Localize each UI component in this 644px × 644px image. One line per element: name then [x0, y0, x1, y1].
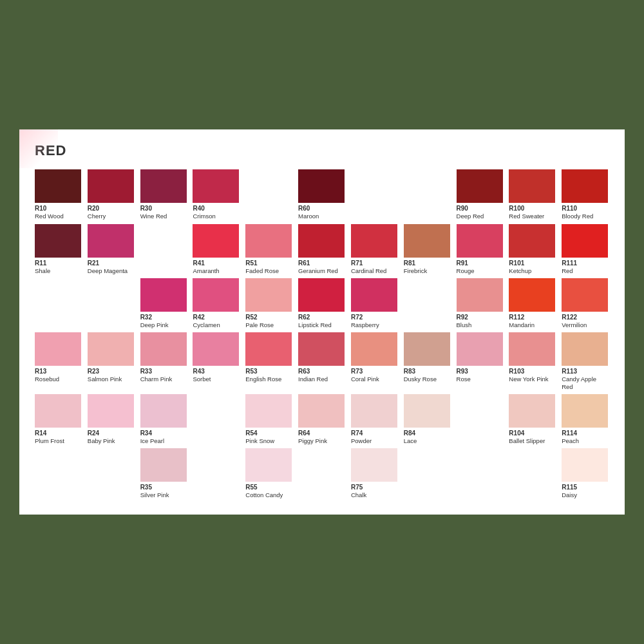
code-R111: R111 [562, 260, 577, 267]
color-cell-R92: R92Blush [457, 278, 504, 328]
code-R113: R113 [562, 368, 577, 375]
color-cell-R75: R75Chalk [351, 448, 399, 498]
color-chart-card: RED R10Red WoodR20CherryR30Wine RedR40Cr… [19, 129, 625, 515]
swatch-R60 [298, 169, 345, 203]
name-R33: Charm Pink [140, 375, 173, 383]
name-R83: Dusky Rose [404, 375, 437, 383]
name-R64: Piggy Pink [298, 437, 327, 444]
name-R113: Candy Apple Red [562, 375, 609, 390]
swatch-R54 [245, 394, 292, 428]
name-R30: Wine Red [140, 213, 167, 220]
swatch-R33 [140, 332, 187, 366]
swatch-R30 [140, 169, 187, 203]
color-cell-R10: R10Red Wood [35, 169, 82, 220]
code-R51: R51 [245, 260, 257, 267]
color-cell-R72: R72Raspberry [351, 278, 399, 328]
code-R55: R55 [245, 484, 257, 491]
code-R61: R61 [298, 260, 310, 267]
swatch-R55 [245, 448, 292, 482]
swatch-R51 [245, 224, 292, 258]
name-R23: Salmon Pink [88, 375, 122, 383]
name-R62: Lipstick Red [298, 321, 332, 328]
code-R24: R24 [88, 430, 99, 437]
name-R100: Red Sweater [509, 213, 544, 220]
color-cell-R83: R83Dusky Rose [404, 332, 451, 390]
color-cell-R51: R51Faded Rose [245, 224, 293, 274]
swatch-R103 [509, 332, 555, 366]
swatch-R13 [35, 332, 81, 366]
color-cell-R23: R23Salmon Pink [88, 332, 135, 390]
code-R71: R71 [351, 260, 363, 267]
color-cell-R111: R111Red [562, 224, 609, 274]
name-R24: Baby Pink [88, 437, 115, 444]
swatch-R113 [562, 332, 608, 366]
code-R43: R43 [193, 368, 204, 375]
name-R73: Coral Pink [351, 375, 379, 383]
code-R81: R81 [404, 260, 415, 267]
swatch-R43 [193, 332, 239, 366]
name-R71: Cardinal Red [351, 267, 386, 274]
name-R111: Red [562, 267, 573, 274]
color-cell-R21: R21Deep Magenta [88, 224, 135, 274]
swatch-R35 [140, 448, 187, 482]
name-R112: Mandarin [509, 321, 535, 328]
name-R55: Cotton Candy [245, 491, 283, 498]
name-R35: Silver Pink [140, 491, 169, 498]
code-R122: R122 [562, 314, 577, 321]
color-cell-R34: R34Ice Pearl [140, 394, 188, 444]
name-R20: Cherry [88, 213, 106, 220]
swatch-R110 [562, 169, 608, 203]
code-R115: R115 [562, 484, 577, 491]
code-R21: R21 [88, 260, 99, 267]
swatch-R11 [35, 224, 81, 258]
code-R74: R74 [351, 430, 363, 437]
swatch-R34 [140, 394, 187, 428]
swatch-R72 [351, 278, 397, 312]
swatch-R91 [457, 224, 503, 258]
code-R90: R90 [457, 205, 468, 213]
name-R74: Powder [351, 437, 372, 444]
color-cell-R90: R90Deep Red [457, 169, 504, 220]
code-R30: R30 [140, 205, 152, 213]
color-cell-R115: R115Daisy [562, 448, 609, 498]
name-R115: Daisy [562, 491, 577, 498]
swatch-R61 [298, 224, 345, 258]
swatch-R24 [88, 394, 134, 428]
swatch-R101 [509, 224, 555, 258]
color-cell-R91: R91Rouge [457, 224, 504, 274]
name-R90: Deep Red [457, 213, 484, 220]
color-cell-R61: R61Geranium Red [298, 224, 346, 274]
name-R103: New York Pink [509, 375, 548, 383]
name-R81: Firebrick [404, 267, 427, 274]
swatch-R52 [245, 278, 292, 312]
swatch-R100 [509, 169, 555, 203]
code-R41: R41 [193, 260, 204, 267]
swatch-R53 [245, 332, 292, 366]
swatch-R75 [351, 448, 397, 482]
code-R54: R54 [245, 430, 257, 437]
code-R40: R40 [193, 205, 204, 213]
name-R34: Ice Pearl [140, 437, 165, 444]
color-cell-R20: R20Cherry [88, 169, 135, 220]
code-R114: R114 [562, 430, 577, 437]
color-cell-R54: R54Pink Snow [245, 394, 293, 444]
swatch-R10 [35, 169, 81, 203]
swatch-R111 [562, 224, 608, 258]
swatch-R64 [298, 394, 345, 428]
color-cell-R63: R63Indian Red [298, 332, 346, 390]
name-R110: Bloody Red [562, 213, 593, 220]
color-cell-R71: R71Cardinal Red [351, 224, 399, 274]
swatch-R84 [404, 394, 450, 428]
code-R93: R93 [457, 368, 468, 375]
code-R11: R11 [35, 260, 46, 267]
name-R75: Chalk [351, 491, 366, 498]
swatch-R73 [351, 332, 397, 366]
swatch-R20 [88, 169, 134, 203]
color-cell-R73: R73Coral Pink [351, 332, 399, 390]
name-R114: Peach [562, 437, 579, 444]
color-cell-R53: R53English Rose [245, 332, 293, 390]
swatch-R42 [193, 278, 239, 312]
color-cell-R84: R84Lace [404, 394, 451, 444]
name-R84: Lace [404, 437, 417, 444]
swatch-R71 [351, 224, 397, 258]
